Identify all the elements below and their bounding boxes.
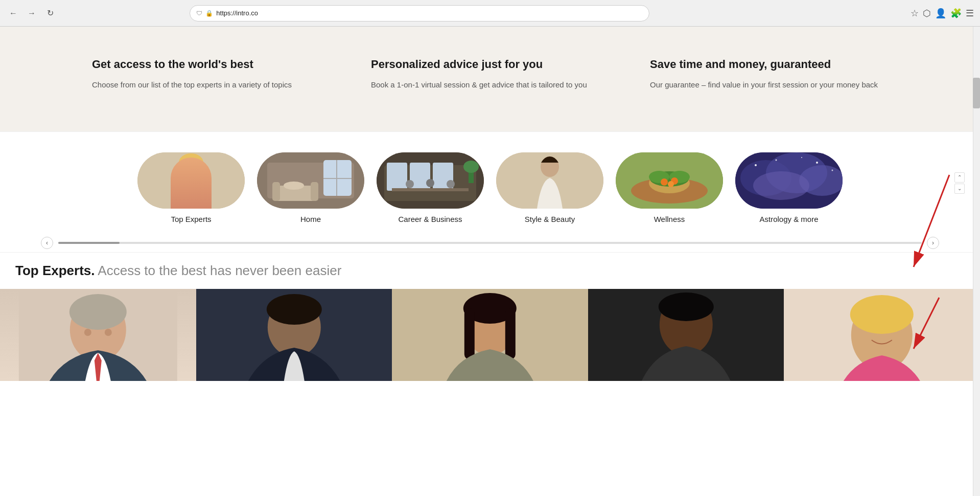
- profile-icon[interactable]: 👤: [935, 8, 946, 19]
- svg-rect-0: [137, 152, 245, 209]
- svg-rect-55: [464, 308, 475, 359]
- experts-heading: Top Experts. Access to the best has neve…: [15, 263, 888, 279]
- expert-photo-2[interactable]: [196, 289, 392, 381]
- svg-point-38: [753, 171, 809, 200]
- menu-icon[interactable]: ☰: [966, 8, 974, 19]
- category-career-business[interactable]: Career & Business: [377, 152, 484, 223]
- category-top-experts[interactable]: Top Experts: [137, 152, 245, 223]
- expert-photo-3[interactable]: [392, 289, 588, 381]
- url-text: https://intro.co: [216, 9, 643, 17]
- category-wellness[interactable]: Wellness: [616, 152, 723, 223]
- svg-point-2: [179, 153, 203, 172]
- category-label-home: Home: [300, 215, 321, 223]
- scrollbar-thumb-vertical: [973, 78, 980, 108]
- scroll-up-btn[interactable]: ⌃: [954, 172, 965, 183]
- svg-rect-10: [311, 182, 318, 201]
- category-label-wellness: Wellness: [654, 215, 685, 223]
- browser-scrollbar[interactable]: [973, 27, 980, 381]
- categories-grid: Top Experts: [41, 152, 939, 223]
- experts-heading-bold: Top Experts.: [15, 263, 95, 278]
- forward-button[interactable]: →: [25, 6, 39, 20]
- svg-point-41: [816, 162, 818, 164]
- category-label-astrology: Astrology & more: [759, 215, 818, 223]
- category-label-top-experts: Top Experts: [171, 215, 211, 223]
- experts-heading-light: Access to the best has never been easier: [95, 263, 342, 278]
- features-section: Get access to the world's best Choose fr…: [0, 27, 980, 131]
- svg-point-43: [801, 157, 802, 158]
- bookmark-icon[interactable]: ☆: [911, 8, 919, 19]
- svg-point-39: [755, 164, 757, 166]
- browser-chrome: ← → ↻ 🛡 🔒 https://intro.co ☆ ⬡ 👤 🧩 ☰: [0, 0, 980, 27]
- svg-point-19: [426, 179, 434, 187]
- svg-point-18: [406, 180, 414, 188]
- svg-point-46: [69, 294, 127, 330]
- category-home[interactable]: Home: [257, 152, 364, 223]
- lock-icon: 🔒: [205, 10, 213, 17]
- svg-point-51: [266, 294, 321, 325]
- scroll-right-btn[interactable]: ›: [927, 237, 939, 249]
- feature-3-desc: Our guarantee – find value in your first…: [650, 79, 888, 91]
- scroll-left-btn[interactable]: ‹: [41, 237, 53, 249]
- svg-point-11: [284, 182, 304, 190]
- horizontal-scrollbar[interactable]: [58, 242, 922, 244]
- browser-right-icons: ☆ ⬡ 👤 🧩 ☰: [911, 8, 974, 19]
- scroll-down-btn[interactable]: ⌄: [954, 184, 965, 194]
- feature-item-2: Personalized advice just for you Book a …: [371, 57, 609, 91]
- svg-point-48: [105, 329, 112, 336]
- category-label-style: Style & Beauty: [525, 215, 575, 223]
- category-image-wellness: [616, 152, 723, 209]
- page-content: Get access to the world's best Choose fr…: [0, 27, 980, 381]
- svg-point-42: [832, 170, 833, 171]
- refresh-button[interactable]: ↻: [43, 6, 57, 20]
- svg-point-32: [661, 178, 668, 186]
- svg-point-20: [447, 180, 455, 188]
- feature-item-3: Save time and money, guaranteed Our guar…: [650, 57, 888, 91]
- expert-photo-1[interactable]: [0, 289, 196, 381]
- category-image-style: [496, 152, 603, 209]
- category-label-career: Career & Business: [398, 215, 462, 223]
- svg-point-40: [776, 160, 777, 161]
- expert-photo-4[interactable]: [588, 289, 784, 381]
- expert-photos-section: [0, 284, 980, 381]
- feature-2-title: Personalized advice just for you: [371, 57, 609, 72]
- category-image-home: [257, 152, 364, 209]
- svg-rect-14: [387, 163, 407, 191]
- svg-point-59: [659, 292, 714, 321]
- feature-1-desc: Choose from our list of the top experts …: [92, 79, 330, 91]
- svg-rect-7: [323, 178, 352, 179]
- svg-rect-17: [392, 188, 469, 191]
- feature-2-desc: Book a 1-on-1 virtual session & get advi…: [371, 79, 609, 91]
- shield-icon: 🛡: [196, 10, 202, 17]
- back-button[interactable]: ←: [6, 6, 20, 20]
- category-image-top-experts: [137, 152, 245, 209]
- scroll-nav-row: ‹ ›: [0, 234, 980, 253]
- svg-point-22: [463, 161, 479, 173]
- category-style-beauty[interactable]: Style & Beauty: [496, 152, 603, 223]
- address-bar[interactable]: 🛡 🔒 https://intro.co: [190, 5, 649, 21]
- svg-rect-9: [272, 182, 280, 201]
- pocket-icon[interactable]: ⬡: [923, 8, 931, 19]
- category-image-career: [377, 152, 484, 209]
- categories-section: Top Experts: [0, 131, 980, 234]
- svg-point-47: [84, 329, 91, 336]
- feature-3-title: Save time and money, guaranteed: [650, 57, 888, 72]
- svg-point-1: [180, 155, 202, 181]
- extensions-icon[interactable]: 🧩: [950, 8, 962, 19]
- scrollbar-thumb: [58, 242, 120, 244]
- experts-heading-section: Top Experts. Access to the best has neve…: [0, 253, 980, 284]
- expert-photo-5[interactable]: [784, 289, 980, 381]
- svg-rect-56: [505, 308, 516, 359]
- category-astrology[interactable]: Astrology & more: [735, 152, 843, 223]
- svg-point-62: [850, 295, 914, 334]
- feature-1-title: Get access to the world's best: [92, 57, 330, 72]
- svg-point-33: [668, 181, 674, 187]
- side-nav-controls: ⌃ ⌄: [954, 172, 965, 194]
- category-image-astrology: [735, 152, 843, 209]
- feature-item-1: Get access to the world's best Choose fr…: [92, 57, 330, 91]
